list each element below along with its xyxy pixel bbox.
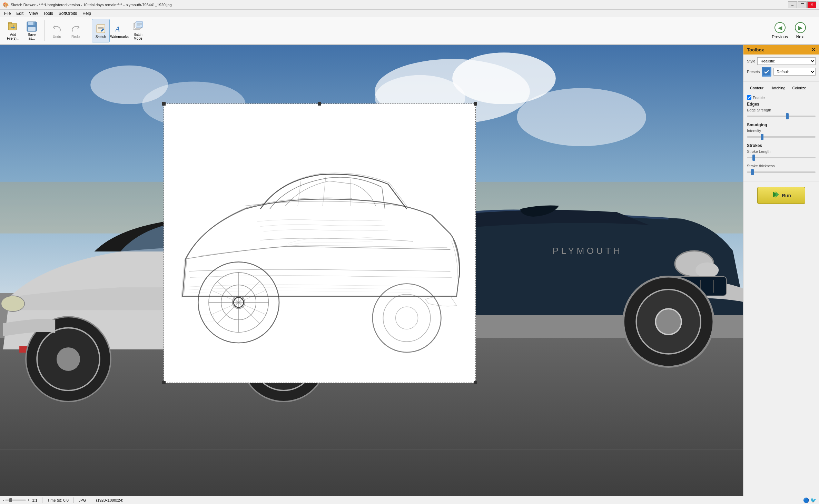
selection-handle-br[interactable] xyxy=(474,381,477,384)
intensity-label: Intensity xyxy=(747,129,816,133)
smudging-title: Smudging xyxy=(747,122,816,127)
redo-icon xyxy=(70,23,81,34)
menu-file[interactable]: File xyxy=(1,10,13,17)
menu-view[interactable]: View xyxy=(26,10,41,17)
social-icon[interactable]: 🐦 xyxy=(810,497,816,503)
save-icon xyxy=(26,21,37,32)
presets-label: Presets xyxy=(747,70,760,74)
intensity-thumb[interactable] xyxy=(761,134,763,140)
svg-text:PLYMOUTH: PLYMOUTH xyxy=(552,246,622,256)
time-label: Time (s): 0.0 xyxy=(47,498,68,502)
redo-label: Redo xyxy=(71,35,80,39)
undo-button[interactable]: Undo xyxy=(48,19,66,42)
stroke-length-slider[interactable] xyxy=(747,155,816,160)
format-label: JPG xyxy=(79,498,86,502)
svg-marker-73 xyxy=(776,191,779,198)
selection-handle-tr[interactable] xyxy=(474,102,477,106)
strokes-section: Strokes Stroke Length Stroke thickness xyxy=(747,143,816,175)
stroke-thickness-label: Stroke thickness xyxy=(747,164,816,168)
titlebar-left: 🎨 Sketch Drawer - ****Unregistered versi… xyxy=(3,2,172,8)
preset-select[interactable]: Default Soft Hard Detailed xyxy=(773,68,816,76)
svg-point-50 xyxy=(1,296,24,311)
menu-edit[interactable]: Edit xyxy=(13,10,26,17)
undo-label: Undo xyxy=(53,35,61,39)
menu-softorbits[interactable]: SoftOrbits xyxy=(56,10,80,17)
menu-help[interactable]: Help xyxy=(80,10,94,17)
dimensions-status: (1920x1080x24) xyxy=(96,498,124,502)
presets-row: Presets Default Soft Hard Detailed xyxy=(747,67,816,77)
edges-section: Edges Edge Strength Smudging Intensity xyxy=(747,102,816,140)
status-right-icons: 🔵 🐦 xyxy=(803,497,816,503)
canvas-area[interactable]: PLYMOUTH xyxy=(0,45,743,496)
style-label: Style xyxy=(747,59,755,63)
svg-rect-6 xyxy=(28,27,36,31)
maximize-button[interactable]: 🗖 xyxy=(798,1,807,8)
enable-label: Enable xyxy=(753,96,764,100)
sketch-svg xyxy=(164,104,475,383)
zoom-track[interactable] xyxy=(5,500,26,501)
zoom-in-icon[interactable]: + xyxy=(27,498,29,502)
dimensions-label: (1920x1080x24) xyxy=(96,498,124,502)
stroke-thickness-thumb[interactable] xyxy=(751,169,754,175)
edge-strength-slider[interactable] xyxy=(747,113,816,119)
zoom-out-icon[interactable]: - xyxy=(3,498,4,502)
edge-strength-thumb[interactable] xyxy=(786,113,789,119)
status-sep-2 xyxy=(73,497,74,503)
save-as-button[interactable]: Saveas... xyxy=(23,19,41,42)
sketch-label: Sketch xyxy=(96,35,106,39)
svg-rect-1 xyxy=(8,22,12,24)
stroke-thickness-slider[interactable] xyxy=(747,169,816,175)
redo-button[interactable]: Redo xyxy=(67,19,85,42)
style-row: Style Realistic Cartoon Abstract Pencil xyxy=(747,57,816,65)
format-status: JPG xyxy=(79,498,86,502)
strokes-title: Strokes xyxy=(747,143,816,148)
next-arrow-icon: ▶ xyxy=(795,22,806,33)
svg-rect-71 xyxy=(763,68,770,75)
nav-area: ◀ Previous ▶ Next xyxy=(772,22,816,39)
batch-mode-button[interactable]: BatchMode xyxy=(129,19,147,42)
sketch-icon xyxy=(95,23,106,34)
tab-contour[interactable]: Contour xyxy=(747,85,767,91)
batch-mode-icon xyxy=(132,21,144,32)
stroke-length-track xyxy=(747,157,816,158)
tab-hatching[interactable]: Hatching xyxy=(767,85,788,91)
batch-mode-label: BatchMode xyxy=(134,33,142,40)
stroke-thickness-track xyxy=(747,171,816,173)
toolbox-title: Toolbox xyxy=(747,47,764,52)
zoom-thumb[interactable] xyxy=(9,498,12,502)
toolbox-header: Toolbox ✕ xyxy=(743,45,819,55)
svg-point-46 xyxy=(57,347,80,371)
selection-handle-bl[interactable] xyxy=(162,381,166,384)
style-section: Style Realistic Cartoon Abstract Pencil … xyxy=(743,55,819,82)
selection-handle-tc[interactable] xyxy=(318,102,321,106)
svg-rect-0 xyxy=(8,23,17,30)
toolbar-sep-2 xyxy=(88,20,88,41)
enable-section: Enable Edges Edge Strength Smudging I xyxy=(743,92,819,181)
previous-button[interactable]: ◀ Previous xyxy=(772,22,788,39)
next-button[interactable]: ▶ Next xyxy=(795,22,806,39)
save-as-label: Saveas... xyxy=(28,33,36,40)
intensity-row: Intensity xyxy=(747,129,816,140)
toolbox-close-icon[interactable]: ✕ xyxy=(811,47,816,52)
style-select[interactable]: Realistic Cartoon Abstract Pencil xyxy=(757,57,816,65)
tab-colorize[interactable]: Colorize xyxy=(789,85,809,91)
close-button[interactable]: ✕ xyxy=(807,1,816,8)
titlebar: 🎨 Sketch Drawer - ****Unregistered versi… xyxy=(0,0,819,10)
selection-handle-tl[interactable] xyxy=(162,102,166,106)
previous-label: Previous xyxy=(772,34,788,39)
intensity-track xyxy=(747,136,816,138)
enable-row: Enable xyxy=(747,95,816,100)
share-icon[interactable]: 🔵 xyxy=(803,497,809,503)
sketch-button[interactable]: Sketch xyxy=(92,19,110,42)
enable-checkbox[interactable] xyxy=(747,95,751,100)
stroke-length-thumb[interactable] xyxy=(752,155,755,161)
run-button[interactable]: Run xyxy=(757,187,805,204)
add-files-button[interactable]: AddFile(s)... xyxy=(4,19,22,42)
sketch-overlay xyxy=(164,103,476,383)
titlebar-controls[interactable]: – 🗖 ✕ xyxy=(788,1,816,8)
minimize-button[interactable]: – xyxy=(788,1,797,8)
run-label: Run xyxy=(782,193,791,198)
watermarks-button[interactable]: A Watermarks xyxy=(110,19,128,42)
intensity-slider[interactable] xyxy=(747,134,816,140)
menu-tools[interactable]: Tools xyxy=(41,10,56,17)
